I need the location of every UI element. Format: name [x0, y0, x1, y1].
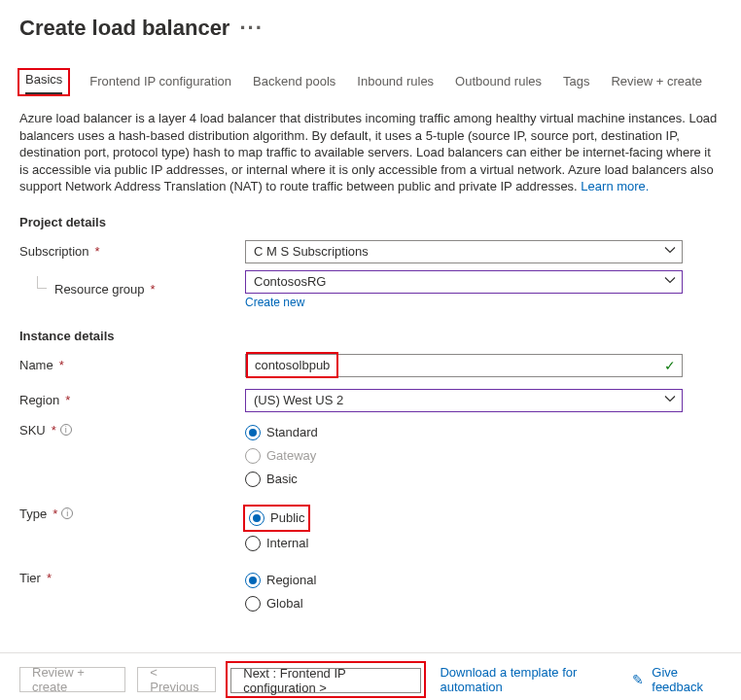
resource-group-label: Resource group* [19, 282, 245, 297]
sku-radio-basic[interactable]: Basic [245, 470, 683, 489]
tier-radio-regional[interactable]: Regional [245, 571, 683, 590]
give-feedback-link[interactable]: Give feedback [652, 665, 722, 694]
tab-basics[interactable]: Basics [25, 68, 62, 94]
tab-bar: Basics Frontend IP configuration Backend… [19, 70, 722, 94]
region-select[interactable]: (US) West US 2 [245, 389, 683, 412]
download-template-link[interactable]: Download a template for automation [440, 665, 620, 694]
more-icon[interactable]: ··· [239, 16, 263, 41]
tab-frontend-ip[interactable]: Frontend IP configuration [89, 70, 231, 94]
tier-label: Tier* [19, 571, 245, 585]
info-icon[interactable]: i [61, 508, 73, 519]
valid-check-icon: ✓ [664, 358, 676, 373]
resource-group-select[interactable]: ContososRG [245, 270, 683, 294]
chevron-down-icon [664, 274, 676, 289]
page-title: Create load balancer ··· [19, 16, 722, 41]
region-label: Region* [19, 393, 245, 407]
tier-radio-global[interactable]: Global [245, 594, 683, 613]
info-icon[interactable]: i [60, 424, 72, 436]
previous-button: < Previous [137, 667, 216, 692]
create-new-rg-link[interactable]: Create new [245, 296, 683, 309]
type-radio-public[interactable]: Public [249, 508, 304, 528]
page-title-text: Create load balancer [19, 16, 229, 41]
type-radio-internal[interactable]: Internal [245, 534, 683, 553]
chevron-down-icon [664, 244, 676, 259]
feedback-icon: ✎ [632, 672, 644, 687]
description-text: Azure load balancer is a layer 4 load ba… [19, 110, 722, 195]
project-details-heading: Project details [19, 215, 722, 229]
name-input[interactable]: contosolbpub ✓ [245, 354, 683, 377]
wizard-footer: Review + create < Previous Next : Fronte… [0, 652, 741, 700]
name-label: Name* [19, 358, 245, 372]
tab-inbound-rules[interactable]: Inbound rules [357, 70, 434, 94]
instance-details-heading: Instance details [19, 329, 722, 343]
subscription-label: Subscription* [19, 244, 245, 259]
next-button[interactable]: Next : Frontend IP configuration > [230, 668, 421, 693]
learn-more-link[interactable]: Learn more. [581, 179, 649, 193]
tab-backend-pools[interactable]: Backend pools [253, 70, 335, 94]
sku-radio-standard[interactable]: Standard [245, 423, 683, 442]
review-create-button: Review + create [19, 667, 125, 692]
sku-label: SKU* i [19, 423, 245, 438]
subscription-select[interactable]: C M S Subscriptions [245, 240, 683, 263]
chevron-down-icon [664, 393, 676, 407]
tab-tags[interactable]: Tags [563, 70, 589, 94]
tab-outbound-rules[interactable]: Outbound rules [455, 70, 542, 94]
sku-radio-gateway: Gateway [245, 446, 683, 466]
type-label: Type* i [19, 507, 245, 521]
tab-review-create[interactable]: Review + create [611, 70, 702, 94]
